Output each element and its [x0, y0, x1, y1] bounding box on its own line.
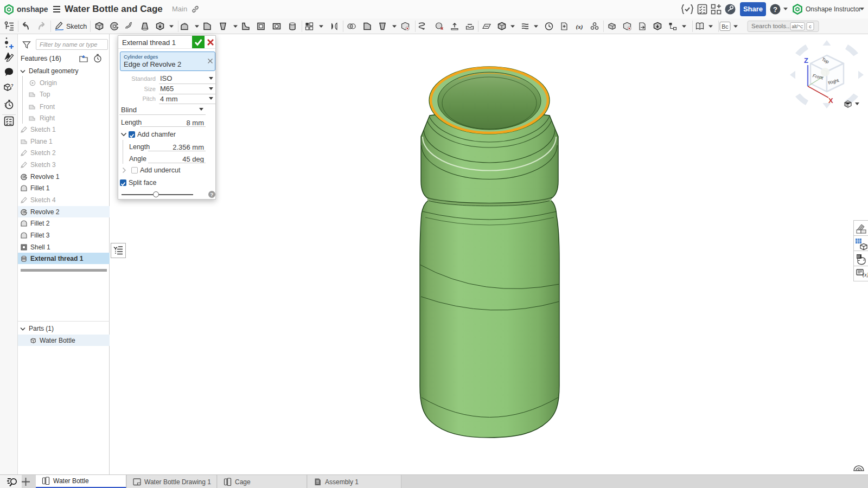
svg-text:(x): (x)	[863, 272, 868, 278]
svg-text:X: X	[828, 97, 833, 105]
svg-text:Z: Z	[804, 56, 808, 65]
